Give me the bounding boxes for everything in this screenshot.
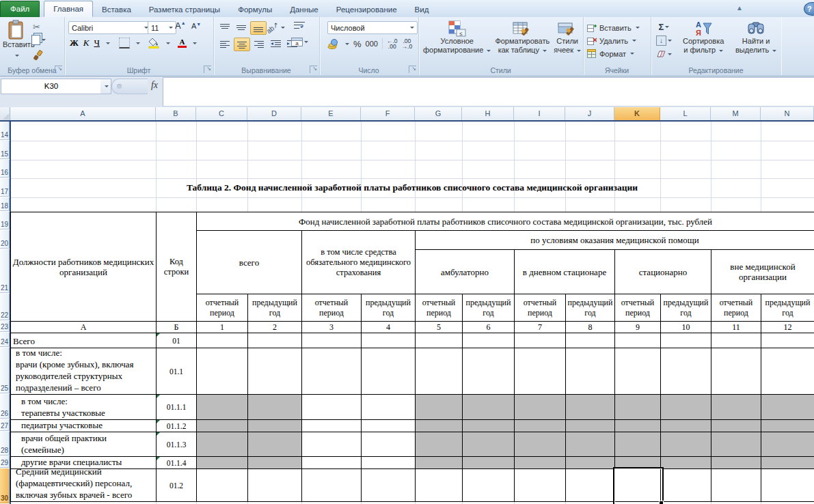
- cell[interactable]: [362, 348, 416, 395]
- cell[interactable]: [661, 333, 711, 348]
- autosum-button[interactable]: Σ: [656, 20, 672, 33]
- header-cond-group-0[interactable]: амбулаторно: [416, 250, 515, 294]
- fill-handle[interactable]: [659, 501, 664, 504]
- dialog-launcher-icon[interactable]: ↘: [55, 66, 62, 73]
- row-header-20[interactable]: 20: [0, 230, 10, 249]
- header-period[interactable]: отчетный период: [515, 294, 566, 322]
- table-title[interactable]: Таблица 2. Фонд начисленной заработной п…: [10, 182, 814, 193]
- ribbon-tab-Разметка страницы[interactable]: Разметка страницы: [140, 3, 229, 17]
- paste-button[interactable]: Вставить: [3, 20, 30, 61]
- clear-button[interactable]: [656, 48, 672, 60]
- header-colnum-11[interactable]: 11: [711, 322, 761, 333]
- conditional-formatting-button[interactable]: ≤ Условное форматирование: [421, 20, 493, 55]
- ribbon-tab-Вид[interactable]: Вид: [406, 3, 438, 17]
- row-label-01.1.1[interactable]: в том числе:терапевты участковые: [11, 395, 157, 420]
- header-colnum-10[interactable]: 10: [661, 322, 711, 333]
- column-header-N[interactable]: N: [761, 107, 814, 121]
- cell[interactable]: [515, 395, 566, 420]
- collapse-ribbon-icon[interactable]: ▲: [733, 3, 746, 14]
- header-cond-group-1[interactable]: в дневном стационаре: [515, 250, 615, 294]
- ribbon-tab-Файл[interactable]: Файл: [0, 1, 40, 17]
- row-code-01.1.4[interactable]: 01.1.4: [157, 457, 197, 469]
- cell[interactable]: [566, 420, 615, 432]
- cell[interactable]: [197, 420, 248, 432]
- cell[interactable]: [566, 469, 615, 502]
- header-period[interactable]: отчетный период: [711, 294, 761, 322]
- header-colnum-8[interactable]: 8: [566, 322, 615, 333]
- cut-button[interactable]: ✂: [33, 20, 40, 33]
- fill-button[interactable]: ↓: [656, 34, 672, 46]
- cell[interactable]: [615, 432, 661, 457]
- align-center-button[interactable]: [234, 38, 250, 51]
- selected-cell-K30[interactable]: [613, 467, 664, 504]
- row-header-30[interactable]: 30: [0, 468, 10, 503]
- orientation-button[interactable]: ab↗: [268, 21, 283, 33]
- header-period[interactable]: предыдущий год: [463, 294, 515, 322]
- cell[interactable]: [463, 469, 515, 502]
- header-total[interactable]: всего: [197, 231, 302, 294]
- column-header-I[interactable]: I: [514, 107, 565, 121]
- row-header-18[interactable]: 18: [0, 197, 10, 211]
- header-letter-a[interactable]: А: [11, 322, 157, 333]
- cell[interactable]: [515, 348, 566, 395]
- row-code-01[interactable]: 01: [157, 333, 197, 348]
- cell[interactable]: [661, 432, 711, 457]
- row-label-01[interactable]: Всего: [11, 333, 157, 348]
- dialog-launcher-icon[interactable]: ↘: [409, 66, 416, 73]
- row-header-25[interactable]: 25: [0, 348, 10, 393]
- insert-function-button[interactable]: fx: [147, 79, 162, 93]
- column-header-E[interactable]: E: [301, 107, 361, 121]
- cell[interactable]: [197, 457, 248, 469]
- name-box[interactable]: K30: [1, 79, 102, 94]
- cell[interactable]: [362, 333, 416, 348]
- row-code-01.2[interactable]: 01.2: [157, 469, 197, 502]
- format-as-table-button[interactable]: Форматировать как таблицу: [493, 20, 552, 55]
- cell[interactable]: [416, 420, 463, 432]
- header-conditions[interactable]: по условиям оказания медицинской помощи: [416, 231, 814, 250]
- insert-cells-button[interactable]: Вставить: [587, 21, 640, 34]
- cell[interactable]: [661, 457, 711, 469]
- cell[interactable]: [515, 420, 566, 432]
- cell[interactable]: [248, 469, 302, 502]
- dialog-launcher-icon[interactable]: ↘: [204, 66, 211, 73]
- comma-style-button[interactable]: 000: [366, 40, 378, 48]
- header-colnum-5[interactable]: 5: [416, 322, 463, 333]
- cell[interactable]: [302, 395, 362, 420]
- cell[interactable]: [515, 457, 566, 469]
- row-code-01.1[interactable]: 01.1: [157, 348, 197, 395]
- column-header-G[interactable]: G: [415, 107, 462, 121]
- font-size-combo[interactable]: 11: [148, 21, 176, 34]
- cell[interactable]: [615, 420, 661, 432]
- cell-styles-button[interactable]: Стили ячеек: [552, 20, 583, 55]
- formula-bar-splitter[interactable]: [111, 79, 148, 94]
- cell[interactable]: [711, 432, 761, 457]
- cell[interactable]: [362, 395, 416, 420]
- align-middle-button[interactable]: [234, 21, 249, 33]
- row-header-21[interactable]: 21: [0, 249, 10, 293]
- header-period[interactable]: отчетный период: [302, 294, 362, 322]
- header-period[interactable]: предыдущий год: [661, 294, 711, 322]
- ribbon-tab-Данные[interactable]: Данные: [281, 3, 327, 17]
- cell[interactable]: [197, 333, 248, 348]
- cell[interactable]: [711, 348, 761, 395]
- row-label-01.1.4[interactable]: другие врачи специалисты: [11, 457, 157, 469]
- format-painter-button[interactable]: [33, 50, 44, 61]
- cell[interactable]: [197, 432, 248, 457]
- align-right-button[interactable]: [252, 38, 267, 50]
- cell[interactable]: [463, 457, 515, 469]
- percent-button[interactable]: %: [353, 39, 362, 49]
- row-header-28[interactable]: 28: [0, 432, 10, 456]
- decrease-indent-button[interactable]: [268, 38, 283, 50]
- underline-button[interactable]: Ч: [94, 38, 100, 48]
- cell[interactable]: [416, 348, 463, 395]
- cell[interactable]: [515, 333, 566, 348]
- currency-format-button[interactable]: [327, 39, 340, 49]
- cell[interactable]: [302, 420, 362, 432]
- header-period[interactable]: отчетный период: [416, 294, 463, 322]
- row-header-15[interactable]: 15: [0, 141, 10, 159]
- name-box-dropdown[interactable]: [100, 79, 111, 94]
- cell[interactable]: [566, 395, 615, 420]
- row-header-27[interactable]: 27: [0, 419, 10, 431]
- header-cond-group-3[interactable]: вне медицинской организации: [711, 250, 814, 294]
- header-period[interactable]: отчетный период: [615, 294, 661, 322]
